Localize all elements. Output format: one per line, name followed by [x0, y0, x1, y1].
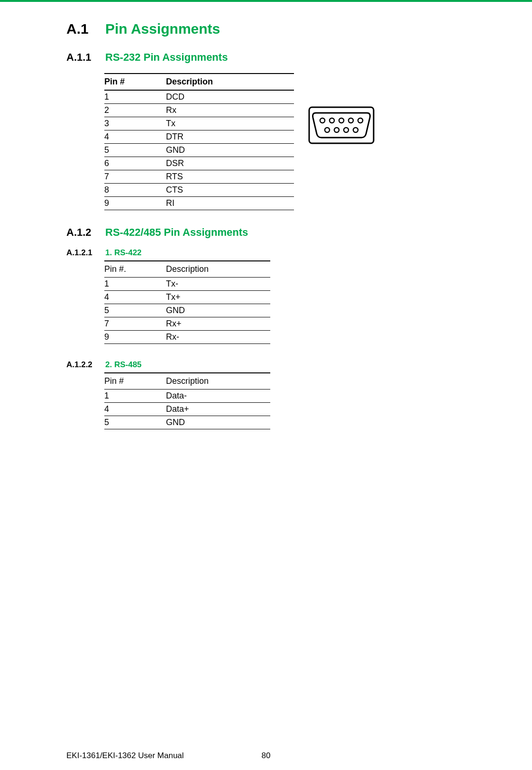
section-heading-a11: A.1.1 RS-232 Pin Assignments — [66, 51, 466, 64]
table-cell: RTS — [166, 170, 294, 184]
table-cell: Tx- — [166, 278, 270, 291]
section-number: A.1.2 — [66, 226, 99, 239]
manual-name: EKI-1361/EKI-1362 User Manual — [66, 751, 184, 761]
table-body: 1Data-4Data+5GND — [104, 390, 270, 429]
table-cell: 5 — [104, 416, 166, 429]
table-cell: 4 — [104, 130, 166, 144]
table-cell: 7 — [104, 317, 166, 331]
table-row: 8CTS — [104, 184, 294, 197]
table-header: Description — [166, 261, 270, 278]
page-number: 80 — [262, 751, 271, 761]
table-row: 9Rx- — [104, 331, 270, 344]
table-cell: Rx — [166, 104, 294, 117]
table-cell: 6 — [104, 157, 166, 170]
table-cell: GND — [166, 304, 270, 317]
table-row: 4DTR — [104, 130, 294, 144]
table-cell: DCD — [166, 90, 294, 104]
table-row: 1Tx- — [104, 278, 270, 291]
table-cell: 3 — [104, 117, 166, 130]
table-cell: 8 — [104, 184, 166, 197]
section-title: Pin Assignments — [105, 21, 220, 37]
svg-point-3 — [339, 118, 344, 123]
table-row: 7RTS — [104, 170, 294, 184]
table-header: Pin #. — [104, 261, 166, 278]
table-header: Description — [166, 373, 270, 390]
section-title: 2. RS-485 — [105, 360, 142, 370]
table-cell: CTS — [166, 184, 294, 197]
table-cell: 9 — [104, 197, 166, 210]
table-cell: Data+ — [166, 403, 270, 416]
section-heading-a122: A.1.2.2 2. RS-485 — [66, 360, 466, 370]
section-heading-a1: A.1 Pin Assignments — [66, 21, 466, 37]
rs422-pin-table: Pin #. Description 1Tx-4Tx+5GND7Rx+9Rx- — [104, 260, 270, 344]
table-cell: 4 — [104, 403, 166, 416]
table-cell: 1 — [104, 90, 166, 104]
table-row: 7Rx+ — [104, 317, 270, 331]
table-row: 3Tx — [104, 117, 294, 130]
table-header: Pin # — [104, 74, 166, 90]
table-body: 1DCD2Rx3Tx4DTR5GND6DSR7RTS8CTS9RI — [104, 90, 294, 210]
table-header: Pin # — [104, 373, 166, 390]
svg-point-2 — [330, 118, 334, 123]
table-row: 5GND — [104, 144, 294, 157]
table-cell: DSR — [166, 157, 294, 170]
rs232-pin-table: Pin # Description 1DCD2Rx3Tx4DTR5GND6DSR… — [104, 73, 294, 210]
table-cell: 5 — [104, 304, 166, 317]
table-row: 1Data- — [104, 390, 270, 403]
table-cell: GND — [166, 144, 294, 157]
table-cell: Data- — [166, 390, 270, 403]
table-cell: 7 — [104, 170, 166, 184]
page-footer: EKI-1361/EKI-1362 User Manual 80 — [66, 751, 466, 761]
table-cell: 1 — [104, 390, 166, 403]
table-cell: Tx+ — [166, 291, 270, 304]
table-cell: 2 — [104, 104, 166, 117]
section-number: A.1 — [66, 21, 96, 37]
table-cell: 1 — [104, 278, 166, 291]
svg-point-1 — [320, 118, 325, 123]
svg-point-8 — [344, 128, 349, 132]
svg-point-4 — [349, 118, 353, 123]
table-cell: 9 — [104, 331, 166, 344]
section-number: A.1.2.2 — [66, 360, 101, 370]
section-number: A.1.2.1 — [66, 248, 101, 258]
table-row: 2Rx — [104, 104, 294, 117]
table-cell: 4 — [104, 291, 166, 304]
table-row: 1DCD — [104, 90, 294, 104]
section-title: 1. RS-422 — [105, 248, 142, 258]
section-heading-a121: A.1.2.1 1. RS-422 — [66, 248, 466, 258]
section-title: RS-232 Pin Assignments — [105, 51, 228, 64]
svg-point-5 — [358, 118, 363, 123]
svg-point-6 — [325, 128, 330, 132]
db9-connector-icon — [308, 106, 375, 146]
table-row: 6DSR — [104, 157, 294, 170]
svg-point-7 — [334, 128, 339, 132]
table-row: 4Tx+ — [104, 291, 270, 304]
table-cell: 5 — [104, 144, 166, 157]
table-cell: Rx+ — [166, 317, 270, 331]
table-cell: RI — [166, 197, 294, 210]
section-number: A.1.1 — [66, 51, 99, 64]
table-cell: GND — [166, 416, 270, 429]
table-body: 1Tx-4Tx+5GND7Rx+9Rx- — [104, 278, 270, 344]
table-cell: Rx- — [166, 331, 270, 344]
table-header: Description — [166, 74, 294, 90]
rs485-pin-table: Pin # Description 1Data-4Data+5GND — [104, 372, 270, 429]
svg-point-9 — [353, 128, 358, 132]
table-row: 4Data+ — [104, 403, 270, 416]
table-row: 9RI — [104, 197, 294, 210]
section-heading-a12: A.1.2 RS-422/485 Pin Assignments — [66, 226, 466, 239]
table-cell: DTR — [166, 130, 294, 144]
section-title: RS-422/485 Pin Assignments — [105, 226, 248, 239]
table-row: 5GND — [104, 304, 270, 317]
table-cell: Tx — [166, 117, 294, 130]
table-row: 5GND — [104, 416, 270, 429]
